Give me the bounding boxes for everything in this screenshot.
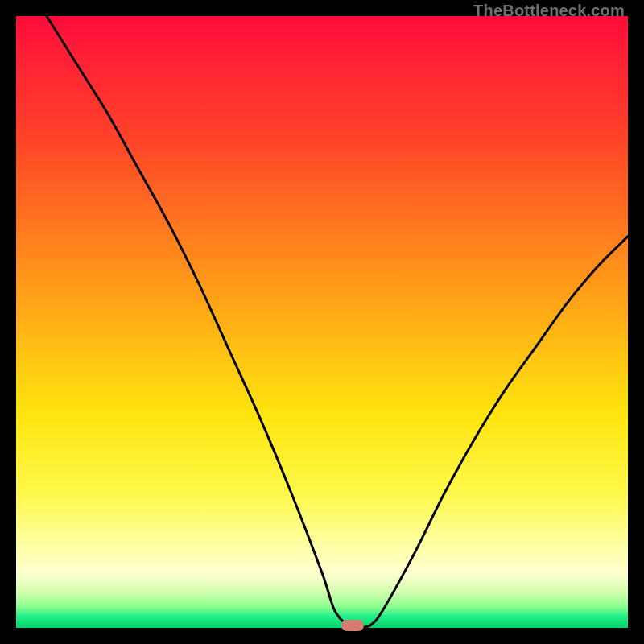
optimal-point-marker (341, 620, 364, 631)
chart-frame: TheBottleneck.com (16, 16, 628, 628)
bottleneck-curve (16, 16, 628, 628)
